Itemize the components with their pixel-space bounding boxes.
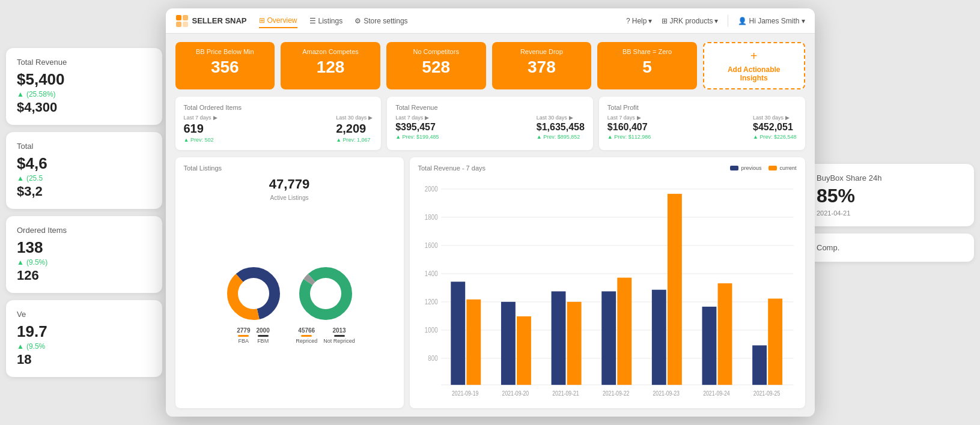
svg-rect-2 xyxy=(176,22,181,27)
settings-icon: ⚙ xyxy=(355,17,361,25)
bg-card-main-3: 138 xyxy=(17,238,151,257)
svg-text:2021-09-19: 2021-09-19 xyxy=(451,390,478,397)
bg-card-main-1: $5,400 xyxy=(17,70,151,89)
bar-curr-2 xyxy=(567,302,581,385)
listings-icon: ☰ xyxy=(309,17,316,25)
user-menu-button[interactable]: 👤 Hi James Smith ▾ xyxy=(738,17,805,25)
stat-value-30d-2: $452,051 xyxy=(753,122,796,133)
insight-cards-row: BB Price Below Min 356 Amazon Competes 1… xyxy=(175,42,805,89)
bar-curr-5 xyxy=(717,283,732,385)
nav-logo-text: SELLER SNAP xyxy=(192,16,247,25)
svg-point-6 xyxy=(239,279,269,309)
stat-label-7d-0: Last 7 days ▶ xyxy=(184,115,218,121)
bg-card-total-revenue: Total Revenue $5,400 ▲(25.58%) $4,300 xyxy=(6,48,162,125)
add-label: Add Actionable Insights xyxy=(714,65,794,82)
svg-text:1400: 1400 xyxy=(424,270,437,277)
stat-period-30d-0: Last 30 days ▶ 2,209 ▲ Prev: 1,067 xyxy=(336,115,373,143)
listings-title: Total Listings xyxy=(184,164,395,172)
stat-label-7d-2: Last 7 days ▶ xyxy=(607,115,651,121)
rc-header: Total Revenue - 7 days previous current xyxy=(418,164,797,172)
rc-legend: previous current xyxy=(730,165,796,171)
bar-prev-0 xyxy=(451,282,465,385)
svg-rect-3 xyxy=(183,22,188,27)
svg-text:800: 800 xyxy=(428,354,437,362)
add-actionable-insights-card[interactable]: + Add Actionable Insights xyxy=(703,42,805,89)
donut-svg-1 xyxy=(224,264,284,324)
insight-value-1: 128 xyxy=(290,58,371,77)
donut1-labels: 2779 FBA 2000 FBM xyxy=(237,327,270,344)
nav-logo: SELLER SNAP xyxy=(175,14,247,28)
svg-text:2021-09-21: 2021-09-21 xyxy=(552,390,579,397)
nav-item-overview[interactable]: ⊞ Overview xyxy=(259,14,297,28)
listings-card: Total Listings 47,779 Active Listings xyxy=(175,157,404,408)
bar-curr-3 xyxy=(617,278,632,385)
donut-fba-fbm: 2779 FBA 2000 FBM xyxy=(224,264,284,344)
stat-value-7d-1: $395,457 xyxy=(395,122,439,133)
stat-label-30d-1: Last 30 days ▶ xyxy=(537,115,585,121)
insight-card-bb-share[interactable]: BB Share = Zero 5 xyxy=(597,42,697,89)
donut2-not-repriced: 2013 Not Repriced xyxy=(323,327,355,344)
insight-label-3: Revenue Drop xyxy=(502,48,582,55)
help-button[interactable]: ? Help ▾ xyxy=(626,17,652,25)
bg-card-total-2: Total $4,6 ▲(25.5 $3,2 xyxy=(6,132,162,209)
svg-rect-1 xyxy=(183,15,188,20)
bg-card-title-4: Ve xyxy=(17,310,151,319)
stat-card-total-profit: Total Profit Last 7 days ▶ $160,407 ▲ Pr… xyxy=(599,97,805,150)
stat-periods-2: Last 7 days ▶ $160,407 ▲ Prev: $112,986 … xyxy=(607,115,797,140)
listings-center: 47,779 Active Listings xyxy=(184,176,395,201)
stat-card-ordered-items: Total Ordered Items Last 7 days ▶ 619 ▲ … xyxy=(175,97,382,150)
insight-card-revenue-drop[interactable]: Revenue Drop 378 xyxy=(492,42,592,89)
donut-repriced: 45766 Repriced 2013 Not Repriced xyxy=(296,264,356,344)
browser-window: SELLER SNAP ⊞ Overview ☰ Listings ⚙ Stor… xyxy=(166,8,815,417)
stat-prev-30d-1: ▲ Prev: $895,852 xyxy=(537,134,585,140)
nav-item-listings[interactable]: ☰ Listings xyxy=(309,14,343,28)
donut2-repriced: 45766 Repriced xyxy=(296,327,317,344)
insight-value-4: 5 xyxy=(607,58,687,77)
svg-text:2000: 2000 xyxy=(424,185,437,193)
svg-text:2021-09-24: 2021-09-24 xyxy=(703,390,730,397)
bg-card-main-2: $4,6 xyxy=(17,154,151,173)
bg-cards-right: BuyBox Share 24h 85% 2021-04-21 Comp. xyxy=(800,0,980,425)
insight-value-2: 528 xyxy=(396,58,476,77)
bg-card-change-1: ▲(25.58%) xyxy=(17,90,151,98)
grid-icon: ⊞ xyxy=(662,17,668,25)
insight-card-amazon-competes[interactable]: Amazon Competes 128 xyxy=(281,42,380,89)
stat-value-30d-1: $1,635,458 xyxy=(537,122,585,133)
user-icon: 👤 xyxy=(738,17,747,25)
bar-curr-4 xyxy=(667,194,681,385)
bg-card-change-4: ▲(9.5% xyxy=(17,342,151,351)
svg-text:1800: 1800 xyxy=(424,213,437,221)
stat-value-7d-2: $160,407 xyxy=(607,122,651,133)
donut-svg-2 xyxy=(296,264,356,324)
rc-chart-title: Total Revenue - 7 days xyxy=(418,164,486,172)
insight-label-0: BB Price Below Min xyxy=(185,48,266,55)
bg-card-ve: Ve 19.7 ▲(9.5% 18 xyxy=(6,300,162,377)
stat-title-1: Total Revenue xyxy=(395,104,585,111)
main-content: BB Price Below Min 356 Amazon Competes 1… xyxy=(166,34,815,417)
nav-item-store-settings[interactable]: ⚙ Store settings xyxy=(355,14,407,28)
bg-card-sub-2: $3,2 xyxy=(17,184,151,199)
seller-snap-logo-icon xyxy=(175,14,189,28)
insight-card-bb-price[interactable]: BB Price Below Min 356 xyxy=(175,42,275,89)
stat-label-30d-0: Last 30 days ▶ xyxy=(336,115,373,121)
products-button[interactable]: ⊞ JRK products ▾ xyxy=(662,17,718,25)
insight-label-1: Amazon Competes xyxy=(290,48,371,55)
bg-card-change-3: ▲(9.5%) xyxy=(17,258,151,267)
bg-card-title-1: Total Revenue xyxy=(17,58,151,67)
insight-card-no-competitors[interactable]: No Competitors 528 xyxy=(386,42,486,89)
stat-prev-30d-0: ▲ Prev: 1,067 xyxy=(336,137,373,143)
stat-period-7d-1: Last 7 days ▶ $395,457 ▲ Prev: $199,485 xyxy=(395,115,439,140)
donut2-labels: 45766 Repriced 2013 Not Repriced xyxy=(296,327,355,344)
insight-label-4: BB Share = Zero xyxy=(607,48,687,55)
bar-prev-3 xyxy=(601,291,616,385)
stat-periods-0: Last 7 days ▶ 619 ▲ Prev: 502 Last 30 da… xyxy=(184,115,373,143)
listings-sub-label: Active Listings xyxy=(270,194,309,201)
nav-right: ? Help ▾ ⊞ JRK products ▾ 👤 Hi James Smi… xyxy=(626,15,805,27)
insight-label-2: No Competitors xyxy=(396,48,476,55)
stat-period-30d-1: Last 30 days ▶ $1,635,458 ▲ Prev: $895,8… xyxy=(537,115,585,140)
stat-prev-7d-2: ▲ Prev: $112,986 xyxy=(607,134,651,140)
bg-card-change-2: ▲(25.5 xyxy=(17,174,151,182)
svg-text:2021-09-25: 2021-09-25 xyxy=(753,390,780,397)
stat-value-30d-0: 2,209 xyxy=(336,122,373,136)
stat-period-7d-2: Last 7 days ▶ $160,407 ▲ Prev: $112,986 xyxy=(607,115,651,140)
